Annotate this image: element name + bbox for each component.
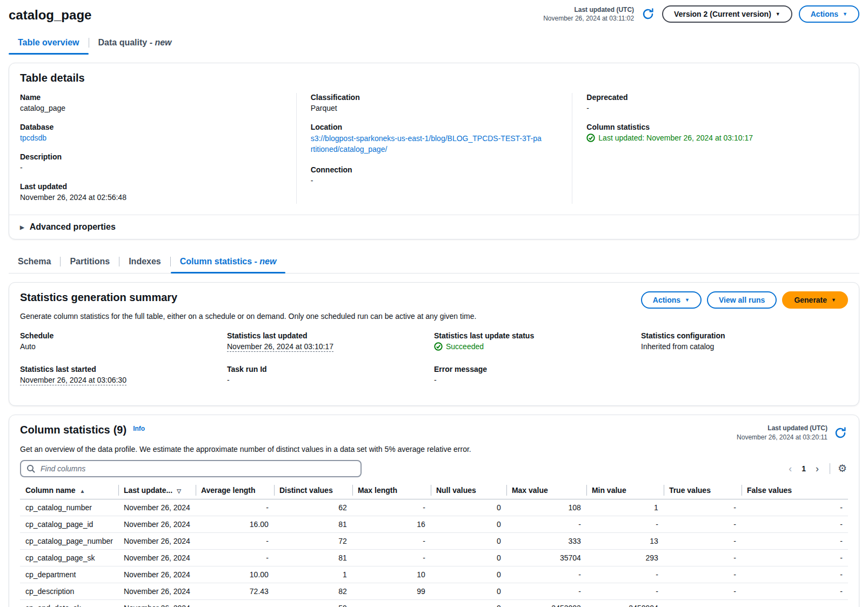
current-page-number[interactable]: 1: [798, 463, 809, 474]
tab-column-statistics[interactable]: Column statistics - new: [171, 254, 286, 273]
find-columns-input[interactable]: [39, 464, 355, 473]
table-cell: 0: [431, 499, 506, 516]
column-header-label: Average length: [201, 486, 256, 495]
previous-page-button[interactable]: ‹: [784, 463, 796, 475]
last-updated-field: Last updated November 26, 2024 at 02:56:…: [20, 182, 281, 202]
tab-table-overview[interactable]: Table overview: [9, 35, 89, 54]
view-all-runs-label: View all runs: [719, 296, 765, 304]
table-cell: -: [352, 499, 431, 516]
table-details-card: Table details Name catalog_page Database…: [9, 63, 859, 239]
column-header[interactable]: Last update...▽: [118, 483, 196, 499]
column-header-label: Last update...: [124, 486, 172, 495]
error-message-field: Error message -: [434, 365, 641, 392]
page-title: catalog_page: [9, 8, 91, 23]
refresh-icon: [834, 426, 847, 439]
page-header: catalog_page Last updated (UTC) November…: [9, 5, 859, 23]
field-label: Statistics last updated: [227, 331, 434, 340]
tab-data-quality[interactable]: Data quality - new: [89, 35, 181, 54]
table-cell: November 26, 2024: [118, 549, 196, 566]
classification-field: Classification Parquet: [311, 93, 557, 112]
table-cell: -: [506, 516, 586, 532]
column-statistics-field: Column statistics Last updated: November…: [586, 123, 833, 144]
field-label: Statistics last started: [20, 365, 227, 373]
column-header[interactable]: Distinct values: [274, 483, 352, 499]
actions-dropdown[interactable]: Actions ▼: [799, 5, 859, 23]
column-header[interactable]: Null values: [431, 483, 506, 499]
name-field: Name catalog_page: [20, 93, 281, 112]
details-column-1: Name catalog_page Database tpcdsdb Descr…: [20, 93, 296, 204]
table-cell: November 26, 2024: [118, 583, 196, 599]
tab-new-badge: new: [259, 257, 276, 266]
table-cell: November 26, 2024: [118, 516, 196, 532]
tab-label: Indexes: [129, 257, 161, 266]
table-cell: -: [742, 549, 848, 566]
toolbar-separator: [830, 463, 830, 474]
table-details-title: Table details: [20, 72, 848, 84]
details-column-3: Deprecated - Column statistics Last upda…: [572, 93, 848, 204]
column-header[interactable]: Max value: [506, 483, 586, 499]
table-cell: 333: [506, 532, 586, 549]
table-cell: 0: [431, 599, 506, 607]
tab-label: Table overview: [18, 38, 79, 47]
field-label: Database: [20, 123, 281, 131]
table-cell: 1: [586, 499, 664, 516]
s3-location-link[interactable]: s3://blogpost-sparkoneks-us-east-1/blog/…: [311, 134, 543, 155]
column-name-cell: cp_end_date_sk: [20, 599, 118, 607]
table-cell: 59: [274, 599, 352, 607]
column-statistics-card: Column statistics (9) Info Last updated …: [9, 415, 859, 607]
table-cell: 72.43: [196, 583, 274, 599]
tab-indexes[interactable]: Indexes: [119, 254, 170, 273]
database-field: Database tpcdsdb: [20, 123, 281, 142]
table-cell: -: [664, 499, 742, 516]
table-refresh-button[interactable]: [833, 425, 848, 441]
column-header[interactable]: False values: [742, 483, 848, 499]
table-row: cp_catalog_page_numberNovember 26, 2024-…: [20, 532, 848, 549]
stats-last-started-value[interactable]: November 26, 2024 at 03:06:30: [20, 376, 126, 385]
column-header[interactable]: Average length: [196, 483, 274, 499]
field-value: Inherited from catalog: [641, 342, 848, 351]
column-header[interactable]: Max length: [352, 483, 431, 499]
stats-last-updated-value[interactable]: November 26, 2024 at 03:10:17: [227, 342, 333, 352]
last-updated-value: November 26, 2024 at 03:11:02: [543, 14, 634, 23]
view-all-runs-button[interactable]: View all runs: [707, 291, 777, 309]
chevron-down-icon: ▼: [685, 298, 690, 303]
table-settings-button[interactable]: ⚙: [837, 462, 848, 475]
info-link[interactable]: Info: [133, 425, 145, 432]
table-cell: 0: [431, 566, 506, 583]
field-value: Parquet: [311, 104, 557, 112]
column-header[interactable]: Min value: [586, 483, 664, 499]
database-link[interactable]: tpcdsdb: [20, 134, 46, 142]
table-cell: -: [352, 532, 431, 549]
column-header[interactable]: Column name▲: [20, 483, 118, 499]
stats-summary-description: Generate column statistics for the full …: [20, 312, 848, 321]
last-updated-label: Last updated (UTC): [543, 5, 634, 14]
tab-partitions[interactable]: Partitions: [61, 254, 119, 273]
column-header[interactable]: True values: [664, 483, 742, 499]
field-value: Auto: [20, 342, 227, 351]
pagination: ‹ 1 › ⚙: [784, 462, 848, 475]
refresh-button[interactable]: [640, 6, 656, 22]
column-stats-table-body: cp_catalog_numberNovember 26, 2024-62-01…: [20, 499, 848, 607]
advanced-properties-toggle[interactable]: ▶ Advanced properties: [9, 215, 859, 239]
chevron-down-icon: ▼: [843, 12, 847, 17]
tab-label: Column statistics -: [180, 257, 260, 266]
version-dropdown[interactable]: Version 2 (Current version) ▼: [662, 5, 792, 23]
column-header-label: Null values: [436, 486, 476, 495]
tab-schema[interactable]: Schema: [9, 254, 60, 273]
stats-status-value: Succeeded: [434, 342, 484, 351]
stats-actions-dropdown[interactable]: Actions ▼: [641, 291, 702, 309]
actions-dropdown-label: Actions: [811, 10, 838, 18]
generate-dropdown[interactable]: Generate ▼: [782, 291, 848, 309]
search-box: [20, 460, 362, 477]
search-icon: [26, 464, 35, 473]
stats-last-started-field: Statistics last started November 26, 202…: [20, 365, 227, 384]
table-cell: 72: [274, 532, 352, 549]
column-stats-last-updated: Last updated (UTC) November 26, 2024 at …: [737, 424, 848, 441]
next-page-button[interactable]: ›: [811, 463, 823, 475]
sub-tabs: Schema Partitions Indexes Column statist…: [9, 254, 859, 274]
table-cell: 10.00: [196, 566, 274, 583]
field-label: Statistics configuration: [641, 331, 848, 340]
connection-field: Connection -: [311, 165, 557, 185]
table-cell: 0: [431, 516, 506, 532]
table-cell: November 26, 2024: [118, 599, 196, 607]
